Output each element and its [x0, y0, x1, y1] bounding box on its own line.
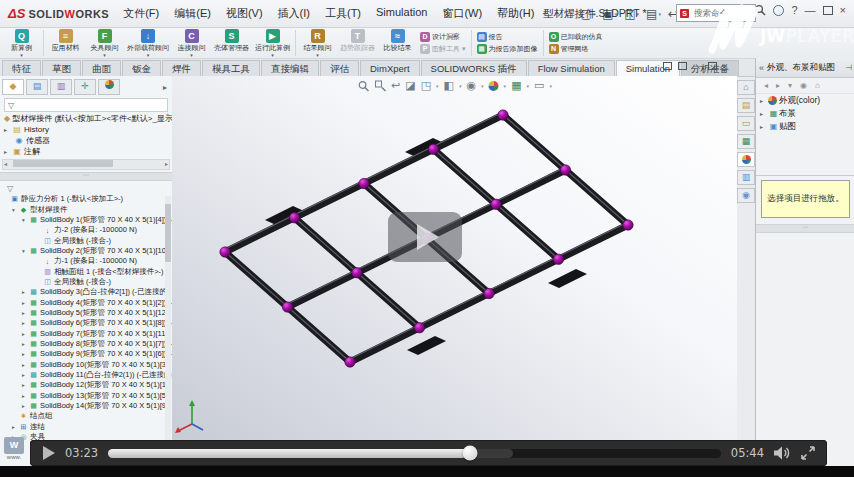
expander-icon[interactable]: ▸	[22, 362, 29, 368]
scenes-node[interactable]: ▸ ▦ 布景	[756, 107, 854, 120]
sim-tree-row[interactable]: ▸▦SolidBody 12(矩形管 70 X 40 X 5(1)[1]) (-…	[0, 380, 172, 390]
print-icon[interactable]: ▤▾	[646, 7, 661, 21]
design-library-tab[interactable]: ▤	[737, 98, 755, 113]
graphics-area[interactable]: ↩ ◪ ◳▾ ◧▾ ◉▾ ▾ ▦▾ ▭▾	[172, 76, 737, 466]
feature-tree-root[interactable]: ◆ 型材焊接件 (默认<按加工><零件<默认>_显示	[0, 113, 172, 124]
external-loads-advisor-button[interactable]: ↓ 外部载荷顾问▾	[124, 28, 172, 58]
close-icon[interactable]: ×	[840, 4, 846, 16]
sim-tree-row[interactable]: ▸▦SolidBody 4(矩形管 70 X 40 X 5(1)[2]) (-已	[0, 297, 172, 307]
new-study-button[interactable]: Q 新算例▾	[2, 28, 41, 58]
tab-direct-editing[interactable]: 直接编辑	[261, 60, 319, 76]
appearances-node[interactable]: ▸ 外观(color)	[756, 94, 854, 107]
tab-surfaces[interactable]: 曲面	[82, 60, 121, 76]
sim-tree-row[interactable]: ▸▦SolidBody 7(矩形管 70 X 40 X 5(1)[11]) (-…	[0, 328, 172, 338]
expander-icon[interactable]: ▸	[22, 351, 29, 357]
menu-view[interactable]: 视图(V)	[226, 6, 263, 21]
tree-scroll-up-icon[interactable]: ⌃	[165, 112, 170, 119]
panel-splitter[interactable]: ⋯	[0, 172, 172, 181]
decals-node[interactable]: ▸ ▣ 贴图	[756, 120, 854, 133]
video-play-overlay-button[interactable]	[388, 212, 462, 262]
minimize-icon[interactable]: —	[805, 4, 816, 16]
feature-tree-row[interactable]: ▸ ▣ 注解	[0, 146, 172, 157]
menu-help[interactable]: 帮助(H)	[497, 6, 534, 21]
doc-window-icon[interactable]	[678, 62, 687, 70]
expander-icon[interactable]: ▸	[22, 393, 29, 399]
appearances-scenes-tab[interactable]	[737, 152, 755, 167]
dimxpertmanager-tab[interactable]: ✛	[74, 79, 96, 95]
doc-restore-icon[interactable]	[708, 62, 717, 70]
expander-icon[interactable]: ▾	[12, 207, 19, 213]
tab-mold-tools[interactable]: 模具工具	[202, 60, 260, 76]
help-icon[interactable]: ?	[791, 4, 797, 16]
sim-tree-row[interactable]: ▾◆型材焊接件	[0, 204, 172, 214]
tree-filter-box[interactable]: ▽	[4, 98, 168, 112]
expander-icon[interactable]: ▸	[22, 310, 29, 316]
sim-tree-row[interactable]: ▸▦SolidBody 5(矩形管 70 X 40 X 5(1)[12]) (-…	[0, 308, 172, 318]
tab-dimxpert[interactable]: DimXpert	[360, 60, 420, 76]
expander-icon[interactable]: ▸	[22, 372, 29, 378]
sw-resources-tab[interactable]: ⌂	[737, 80, 755, 95]
scrollbar-thumb[interactable]	[165, 204, 171, 262]
fixtures-advisor-button[interactable]: F 夹具顾问▾	[85, 28, 124, 58]
include-image-button[interactable]: ▦ 为报告添加图像	[477, 44, 538, 54]
tab-flow-simulation[interactable]: Flow Simulation	[528, 60, 615, 76]
command-search-box[interactable]: S	[676, 4, 756, 22]
menu-file[interactable]: 文件(F)	[123, 6, 159, 21]
sim-tree-row[interactable]: ◫全局接触 (-接合-)	[0, 235, 172, 245]
sim-tree-row[interactable]: ▾▦SolidBody 1(矩形管 70 X 40 X 5(1)[4]) (-已	[0, 215, 172, 225]
back-icon[interactable]: ◂	[764, 81, 768, 90]
search-input[interactable]	[692, 7, 748, 19]
sim-tree-row[interactable]: ↓力-2 (按条目: -100000 N)	[0, 225, 172, 235]
expander-icon[interactable]: ▸	[22, 403, 29, 409]
sim-tree-row[interactable]: ∗结点组	[0, 411, 172, 421]
sim-tree-row[interactable]: ▸▦SolidBody 6(矩形管 70 X 40 X 5(1)[8]) (-已	[0, 318, 172, 328]
sim-tree-row[interactable]: ▸▦SolidBody 8(矩形管 70 X 40 X 5(1)[7]) (-已	[0, 339, 172, 349]
expander-icon[interactable]: ▸	[22, 289, 29, 295]
tab-weldments[interactable]: 焊件	[162, 60, 201, 76]
expander-icon[interactable]: ▸	[22, 341, 29, 347]
custom-properties-tab[interactable]: ▥	[737, 170, 755, 185]
view-palette-tab[interactable]: ▦	[737, 134, 755, 149]
seek-handle[interactable]	[462, 446, 477, 461]
menu-edit[interactable]: 编辑(E)	[174, 6, 211, 21]
expander-icon[interactable]: ▾	[22, 248, 29, 254]
expander-icon[interactable]: ▸	[760, 123, 768, 130]
expander-icon[interactable]: ▾	[22, 217, 29, 223]
menu-window[interactable]: 窗口(W)	[442, 6, 482, 21]
sim-tree-scrollbar[interactable]	[165, 196, 171, 440]
doc-close-icon[interactable]: ×	[723, 61, 728, 71]
results-advisor-button[interactable]: R 结果顾问▾	[298, 28, 337, 58]
scrollbar-thumb[interactable]	[13, 160, 113, 167]
sim-tree-row[interactable]: ▸⊞连结	[0, 422, 172, 432]
collapse-icon[interactable]: «	[759, 63, 764, 73]
forum-tab[interactable]: ◉	[737, 188, 755, 203]
volume-icon[interactable]	[774, 446, 791, 460]
sim-tree-row[interactable]: ▸▩SolidBody 3(凸台-拉伸2[1]) (-已连接的-	[0, 287, 172, 297]
offloaded-simulation-button[interactable]: O 已卸载的仿真	[549, 32, 603, 42]
dropdown-icon[interactable]: ▾	[788, 81, 792, 90]
forward-icon[interactable]: ▸	[776, 81, 780, 90]
expander-icon[interactable]: ▸	[12, 424, 19, 430]
sim-tree-row[interactable]: ▸▦SolidBody 13(矩形管 70 X 40 X 5(1)[5]) (-…	[0, 391, 172, 401]
expander-icon[interactable]: ▸	[22, 320, 29, 326]
displaymanager-tab[interactable]	[105, 80, 114, 89]
search-magnifier-icon[interactable]	[754, 4, 766, 16]
feature-tree-row[interactable]: ▸ ▤ History	[0, 124, 172, 135]
sim-tree-row[interactable]: ▸▦SolidBody 10(矩形管 70 X 40 X 5(1)[3]) (-…	[0, 360, 172, 370]
compare-results-button[interactable]: ≈ 比较结果	[378, 28, 417, 58]
tab-evaluate[interactable]: 评估	[320, 60, 359, 76]
connections-advisor-button[interactable]: C 连接顾问▾	[172, 28, 211, 58]
expander-icon[interactable]: ▸	[22, 331, 29, 337]
expander-icon[interactable]: ▸	[4, 148, 12, 155]
expander-icon[interactable]: ▸	[760, 97, 768, 104]
tab-sketch[interactable]: 草图	[42, 60, 81, 76]
doc-minimize-icon[interactable]: —	[693, 61, 702, 71]
sim-tree-row[interactable]: ▾▦SolidBody 2(矩形管 70 X 40 X 5(1)[10]) (-…	[0, 246, 172, 256]
featuremanager-tree-tab[interactable]: ◆	[2, 79, 24, 95]
tab-features[interactable]: 特征	[2, 60, 41, 76]
play-button[interactable]	[42, 446, 55, 460]
sim-tree-row[interactable]: ▸▦SolidBody 9(矩形管 70 X 40 X 5(1)[6]) (-已	[0, 349, 172, 359]
feature-tree-row[interactable]: ◉ 传感器	[0, 135, 172, 146]
tab-sw-addins[interactable]: SOLIDWORKS 插件	[421, 60, 527, 76]
video-control-bar[interactable]: 03:23 05:44	[30, 440, 827, 466]
